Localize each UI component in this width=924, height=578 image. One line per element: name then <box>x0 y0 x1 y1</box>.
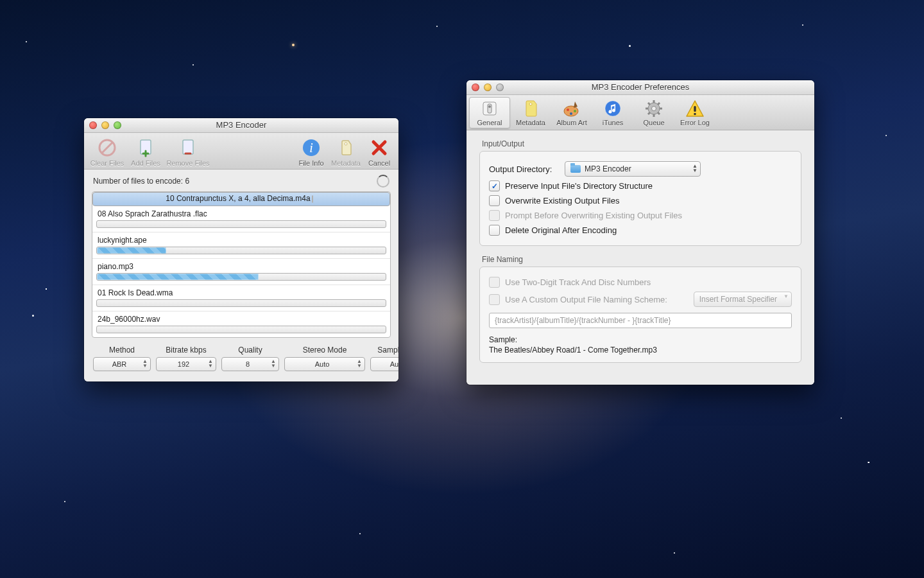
file-row[interactable]: luckynight.ape <box>92 232 390 259</box>
preserve-structure-checkbox[interactable] <box>489 180 500 191</box>
custom-scheme-checkbox <box>489 294 500 305</box>
svg-line-27 <box>658 103 660 105</box>
svg-rect-3 <box>183 140 193 154</box>
tab-error-log[interactable]: Error Log <box>674 97 715 128</box>
close-button[interactable] <box>89 121 97 129</box>
custom-scheme-label: Use A Custom Output File Naming Scheme: <box>505 295 689 304</box>
file-row[interactable]: 08 Also Sprach Zarathustra .flac <box>92 206 390 232</box>
bitrate-select[interactable]: 192▲▼ <box>156 357 216 371</box>
quality-select[interactable]: 8▲▼ <box>221 357 279 371</box>
svg-line-1 <box>102 143 112 153</box>
output-dir-select[interactable]: MP3 Encoder ▲▼ <box>565 161 701 177</box>
prefs-toolbar: General Metadata Album Art iTunes Queue <box>466 95 814 130</box>
two-digit-label: Use Two-Digit Track And Disc Numbers <box>505 277 651 287</box>
svg-point-11 <box>529 103 532 105</box>
svg-rect-28 <box>694 106 696 112</box>
itunes-icon <box>603 99 622 118</box>
window-title: MP3 Encoder Preferences <box>592 82 689 92</box>
delete-original-label: Delete Original After Encoding <box>505 225 617 235</box>
svg-text:i: i <box>309 141 313 155</box>
io-group-label: Input/Output <box>479 139 801 151</box>
progress-bar <box>96 299 386 307</box>
quality-label: Quality <box>238 346 262 355</box>
clear-files-button[interactable]: Clear Files <box>88 136 126 167</box>
svg-line-26 <box>648 112 650 114</box>
file-name: 01 Rock Is Dead.wma <box>96 288 386 299</box>
metadata-button[interactable]: Metadata <box>328 136 364 167</box>
output-dir-label: Output Directory: <box>489 164 560 174</box>
info-icon: i <box>300 137 322 159</box>
naming-group: Use Two-Digit Track And Disc Numbers Use… <box>479 267 801 363</box>
file-name: 08 Also Sprach Zarathustra .flac <box>96 209 386 220</box>
overwrite-checkbox[interactable] <box>489 195 500 206</box>
file-name: luckynight.ape <box>96 235 386 247</box>
minimize-button[interactable] <box>484 83 492 91</box>
no-entry-icon <box>96 137 118 159</box>
preserve-structure-label: Preserve Input File's Directory Structur… <box>505 181 653 191</box>
add-file-icon <box>135 137 157 159</box>
svg-line-25 <box>658 112 660 114</box>
overwrite-label: Overwrite Existing Output Files <box>505 196 619 206</box>
file-count-label: Number of files to encode: 6 <box>93 177 189 186</box>
add-files-button[interactable]: Add Files <box>126 136 165 167</box>
naming-pattern-input[interactable]: {trackArtist}/{albumTitle}/{trackNumber … <box>489 313 792 328</box>
file-row[interactable]: 01 Rock Is Dead.wma <box>92 285 390 311</box>
prefs-titlebar[interactable]: MP3 Encoder Preferences <box>466 80 814 95</box>
encoder-window: MP3 Encoder Clear Files Add Files Remove… <box>84 118 398 381</box>
file-name: 10 Contrapunctus X, a 4, alla Decima.m4a <box>164 193 311 205</box>
progress-bar <box>312 195 313 203</box>
method-label: Method <box>109 346 135 355</box>
two-digit-checkbox <box>489 277 500 288</box>
svg-point-7 <box>345 143 347 145</box>
remove-file-icon <box>177 137 199 159</box>
file-name: 24b_96000hz.wav <box>96 314 386 326</box>
preferences-window: MP3 Encoder Preferences General Metadata… <box>466 80 814 385</box>
folder-icon <box>570 165 581 173</box>
encoder-titlebar[interactable]: MP3 Encoder <box>84 118 398 133</box>
spinner-icon <box>377 175 389 188</box>
encoder-controls: Method ABR▲▼ Bitrate kbps 192▲▼ Quality … <box>84 338 398 381</box>
progress-bar <box>96 247 386 254</box>
svg-point-15 <box>574 110 576 112</box>
cancel-icon <box>368 137 390 159</box>
warning-icon <box>685 99 705 118</box>
tab-itunes[interactable]: iTunes <box>592 97 633 128</box>
zoom-button-disabled <box>496 83 504 91</box>
minimize-button[interactable] <box>101 121 109 129</box>
delete-original-checkbox[interactable] <box>489 225 500 236</box>
cancel-button[interactable]: Cancel <box>364 136 395 167</box>
file-list[interactable]: 10 Contrapunctus X, a 4, alla Decima.m4a… <box>92 191 391 338</box>
io-group: Output Directory: MP3 Encoder ▲▼ Preserv… <box>479 151 801 246</box>
sample-select[interactable]: Auto▲▼ <box>370 357 398 371</box>
svg-line-24 <box>648 103 650 105</box>
prompt-overwrite-label: Prompt Before Overwriting Existing Outpu… <box>505 211 682 220</box>
progress-bar <box>96 273 386 281</box>
bitrate-label: Bitrate kbps <box>166 346 206 355</box>
stereo-select[interactable]: Auto▲▼ <box>284 357 365 371</box>
tab-metadata[interactable]: Metadata <box>510 97 551 128</box>
file-row[interactable]: 24b_96000hz.wav <box>92 311 390 337</box>
naming-group-label: File Naming <box>479 255 801 267</box>
zoom-button[interactable] <box>114 121 121 129</box>
progress-bar <box>96 220 386 228</box>
svg-point-29 <box>694 113 696 116</box>
svg-point-13 <box>567 109 569 111</box>
sample-label: Sample Rate <box>377 346 398 355</box>
format-specifier-select: Insert Format Specifier ▼ <box>694 292 792 307</box>
file-row[interactable]: 10 Contrapunctus X, a 4, alla Decima.m4a <box>92 192 390 206</box>
tag-icon <box>521 99 540 118</box>
window-title: MP3 Encoder <box>216 120 267 130</box>
sample-value: The Beatles/Abbey Road/1 - Come Together… <box>489 346 792 355</box>
method-select[interactable]: ABR▲▼ <box>93 357 151 371</box>
close-button[interactable] <box>472 83 479 91</box>
stereo-label: Stereo Mode <box>303 346 347 355</box>
svg-point-10 <box>488 105 491 108</box>
tab-queue[interactable]: Queue <box>633 97 674 128</box>
tab-general[interactable]: General <box>469 97 510 128</box>
file-row[interactable]: piano.mp3 <box>92 259 390 285</box>
palette-icon <box>562 99 581 118</box>
file-info-button[interactable]: i File Info <box>295 136 328 167</box>
tab-album-art[interactable]: Album Art <box>551 97 592 128</box>
remove-files-button[interactable]: Remove Files <box>165 136 211 167</box>
encoder-toolbar: Clear Files Add Files Remove Files i Fil… <box>84 133 398 170</box>
